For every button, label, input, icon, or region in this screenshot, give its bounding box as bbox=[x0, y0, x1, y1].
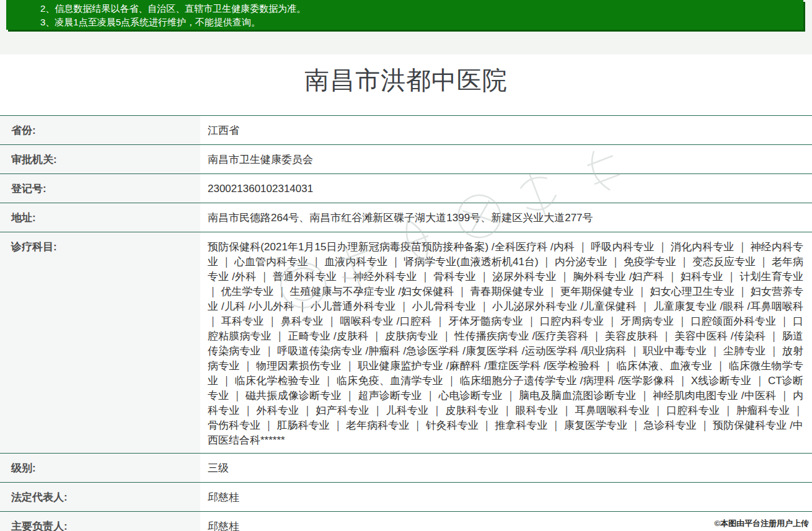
table-row-province: 省份: 江西省 bbox=[0, 116, 812, 145]
notice-banner: 2、信息数据结果以各省、自治区、直辖市卫生健康委数据为准。 3、凌晨1点至凌晨5… bbox=[6, 0, 803, 30]
row-value: 预防保健科(2021年1月15日办理新冠病毒疫苗预防接种备案) /全科医疗科 /… bbox=[200, 232, 812, 453]
row-value: 江西省 bbox=[200, 116, 812, 144]
copyright-notice: ©本图由平台注册用户上传 bbox=[714, 518, 809, 529]
row-label: 主要负责人: bbox=[0, 512, 200, 531]
row-value: 三级 bbox=[200, 454, 812, 482]
table-row-medical-departments: 诊疗科目: 预防保健科(2021年1月15日办理新冠病毒疫苗预防接种备案) /全… bbox=[0, 232, 812, 454]
row-label: 诊疗科目: bbox=[0, 232, 200, 453]
row-label: 法定代表人: bbox=[0, 483, 200, 511]
hospital-info-table: 省份: 江西省 审批机关: 南昌市卫生健康委员会 登记号: 2300213601… bbox=[0, 115, 812, 531]
notice-line-3: 3、凌晨1点至凌晨5点系统进行维护，不能提供查询。 bbox=[6, 15, 803, 29]
row-value: 230021360102314031 bbox=[200, 174, 812, 203]
table-row-legal-representative: 法定代表人: 邱慈桂 bbox=[0, 483, 812, 512]
table-row-approval-authority: 审批机关: 南昌市卫生健康委员会 bbox=[0, 145, 812, 174]
row-label: 地址: bbox=[0, 203, 200, 232]
row-label: 审批机关: bbox=[0, 145, 200, 173]
row-label: 省份: bbox=[0, 116, 200, 144]
row-value: 邱慈桂 bbox=[200, 483, 812, 511]
content-area: 南昌市洪都中医院 省份: 江西省 审批机关: 南昌市卫生健康委员会 登记号: 2… bbox=[0, 55, 812, 531]
page-title: 南昌市洪都中医院 bbox=[0, 55, 812, 107]
notice-line-2: 2、信息数据结果以各省、自治区、直辖市卫生健康委数据为准。 bbox=[6, 2, 803, 15]
row-label: 级别: bbox=[0, 454, 200, 482]
row-value: 南昌市民德路264号、南昌市红谷滩新区碟子湖大道1399号、新建区兴业大道277… bbox=[200, 203, 812, 232]
table-row-registration-number: 登记号: 230021360102314031 bbox=[0, 174, 812, 203]
table-row-main-person-in-charge: 主要负责人: 邱慈桂 bbox=[0, 512, 812, 531]
page-root: 2、信息数据结果以各省、自治区、直辖市卫生健康委数据为准。 3、凌晨1点至凌晨5… bbox=[0, 0, 812, 531]
table-row-level: 级别: 三级 bbox=[0, 454, 812, 483]
row-value: 南昌市卫生健康委员会 bbox=[200, 145, 812, 173]
table-row-address: 地址: 南昌市民德路264号、南昌市红谷滩新区碟子湖大道1399号、新建区兴业大… bbox=[0, 203, 812, 232]
row-label: 登记号: bbox=[0, 174, 200, 203]
